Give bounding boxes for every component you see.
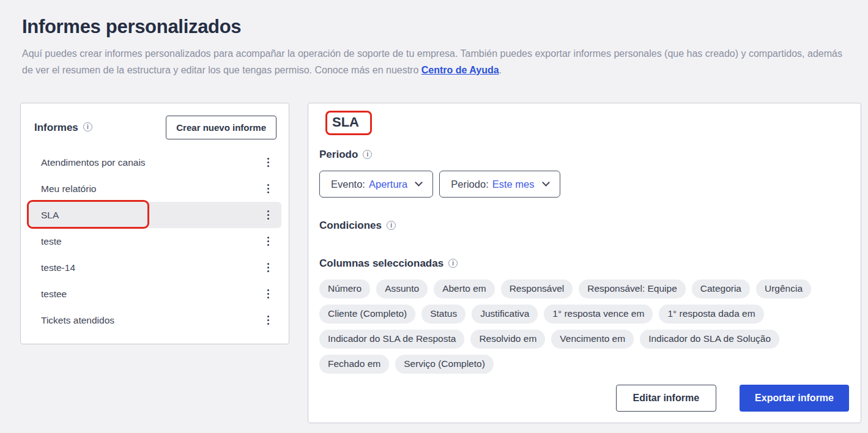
report-title: SLA <box>332 114 359 130</box>
column-chip: Número <box>319 279 370 298</box>
column-chip: Indicador do SLA de Solução <box>640 330 779 349</box>
period-filter-dropdown[interactable]: Periodo: Este mes <box>439 171 560 198</box>
kebab-menu-icon[interactable] <box>264 155 273 169</box>
column-chip: Resolvido em <box>470 330 545 349</box>
info-icon[interactable]: i <box>448 259 458 268</box>
sidebar-report-item[interactable]: teste <box>28 228 281 254</box>
kebab-menu-icon[interactable] <box>264 234 273 248</box>
kebab-menu-icon[interactable] <box>264 287 273 301</box>
column-chip: Justificativa <box>472 305 538 324</box>
info-icon[interactable]: i <box>387 221 396 230</box>
sidebar-report-item[interactable]: SLA <box>28 202 281 228</box>
info-icon[interactable]: i <box>83 122 92 131</box>
report-item-label: Atendimentos por canais <box>41 157 146 168</box>
event-filter-value: Apertura <box>369 179 407 190</box>
column-chip: Fechado em <box>319 355 389 374</box>
sidebar-report-item[interactable]: testee <box>28 281 281 307</box>
period-filter-prefix: Periodo: <box>451 179 488 190</box>
report-item-label: teste <box>41 236 62 247</box>
period-filter-value: Este mes <box>492 179 535 190</box>
kebab-menu-icon[interactable] <box>264 182 273 196</box>
columns-label-text: Columnas seleccionadas <box>319 257 443 270</box>
annotation-box: SLA <box>325 111 372 135</box>
report-item-label: testee <box>41 289 67 300</box>
period-section-label: Periodo i <box>319 149 849 161</box>
event-filter-prefix: Evento: <box>331 179 365 190</box>
column-chip: Assunto <box>376 279 428 298</box>
edit-report-button[interactable]: Editar informe <box>616 385 716 412</box>
page-subtitle: Aquí puedes crear informes personalizado… <box>22 45 848 78</box>
kebab-menu-icon[interactable] <box>264 313 273 327</box>
subtitle-text-end: . <box>499 65 502 75</box>
column-chip: Urgência <box>756 279 811 298</box>
column-chip: Indicador do SLA de Resposta <box>319 330 464 349</box>
report-item-label: Tickets atendidos <box>41 315 114 326</box>
selected-columns-list: NúmeroAssuntoAberto emResponsávelRespons… <box>319 279 836 374</box>
help-center-link[interactable]: Centro de Ayuda <box>421 65 499 75</box>
conditions-label-text: Condiciones <box>319 220 382 232</box>
column-chip: Categoria <box>692 279 750 298</box>
report-detail-panel: SLA Periodo i Evento: Apertura Periodo: … <box>308 103 861 423</box>
columns-section-label: Columnas seleccionadas i <box>319 257 849 270</box>
info-icon[interactable]: i <box>363 150 372 159</box>
reports-panel-title: Informes <box>34 122 78 134</box>
chevron-down-icon <box>415 179 423 187</box>
report-item-label: SLA <box>41 210 59 221</box>
column-chip: Responsável <box>501 279 573 298</box>
column-chip: Aberto em <box>434 279 495 298</box>
sidebar-report-item[interactable]: Meu relatório <box>28 176 281 202</box>
event-filter-dropdown[interactable]: Evento: Apertura <box>319 171 433 198</box>
column-chip: Serviço (Completo) <box>395 355 494 374</box>
sidebar-report-item[interactable]: Tickets atendidos <box>28 307 281 333</box>
conditions-section-label: Condiciones i <box>319 220 849 232</box>
column-chip: 1° resposta vence em <box>544 305 653 324</box>
page-header: Informes personalizados Aquí puedes crea… <box>22 16 848 78</box>
report-item-label: teste-14 <box>41 262 75 273</box>
kebab-menu-icon[interactable] <box>264 261 273 275</box>
column-chip: Responsável: Equipe <box>579 279 686 298</box>
create-report-button[interactable]: Crear nuevo informe <box>166 116 276 139</box>
column-chip: Cliente (Completo) <box>319 305 415 324</box>
report-list: Atendimentos por canaisMeu relatórioSLAt… <box>21 149 289 333</box>
chevron-down-icon <box>542 179 550 187</box>
kebab-menu-icon[interactable] <box>264 208 273 222</box>
column-chip: 1° resposta dada em <box>659 305 763 324</box>
page-title: Informes personalizados <box>22 16 848 38</box>
export-report-button[interactable]: Exportar informe <box>740 385 849 412</box>
reports-panel: Informes i Crear nuevo informe Atendimen… <box>20 103 289 344</box>
sidebar-report-item[interactable]: Atendimentos por canais <box>28 149 281 176</box>
column-chip: Status <box>421 305 466 324</box>
sidebar-report-item[interactable]: teste-14 <box>28 254 281 281</box>
period-label-text: Periodo <box>319 149 358 161</box>
report-item-label: Meu relatório <box>41 183 96 194</box>
column-chip: Vencimento em <box>551 330 634 349</box>
